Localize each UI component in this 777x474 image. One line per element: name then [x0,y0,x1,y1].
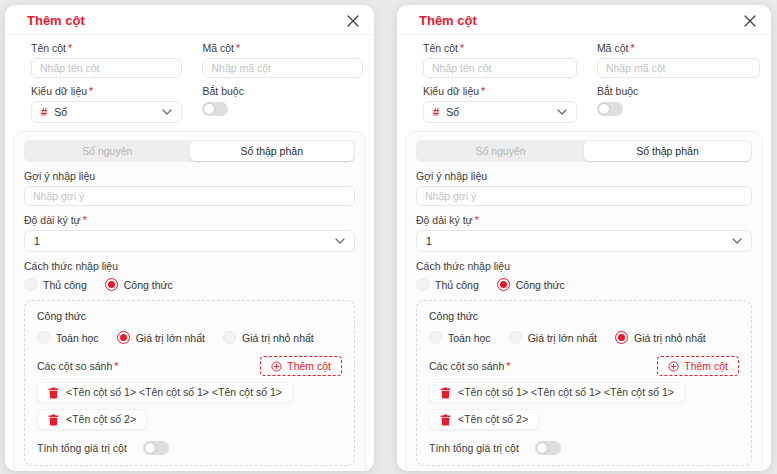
radio-label: Công thức [516,279,565,291]
required-toggle[interactable] [597,102,623,116]
formula-box-title: Công thức [429,310,739,322]
dialog-title: Thêm cột [419,13,477,28]
dialog-title: Thêm cột [27,13,85,28]
hint-input[interactable] [24,186,355,206]
top-form: Tên cột * Mã cột * Kiểu dữ liệu * [5,35,374,131]
hint-field: Gợi ý nhập liệu [24,170,355,206]
radio-label: Giá trị lớn nhất [136,332,205,344]
chevron-down-icon [335,238,345,244]
required-asterisk: * [89,85,93,97]
trash-icon[interactable] [48,414,59,426]
number-settings-panel: Số nguyên Số thập phân Gợi ý nhập liệu Đ… [13,131,366,471]
formula-box-title: Công thức [37,310,342,322]
radio-formula[interactable]: Công thức [105,278,173,291]
compare-columns-row: Các cột so sánh * Thêm cột [37,356,342,376]
sum-toggle[interactable] [535,441,561,455]
data-type-select[interactable]: # Số [31,101,182,123]
radio-icon [497,278,510,291]
sum-toggle[interactable] [143,441,169,455]
length-field: Độ dài ký tự * 1 [416,214,752,252]
column-code-field: Mã cột * [202,42,363,78]
required-asterisk: * [68,42,72,54]
required-asterisk: * [481,85,485,97]
add-column-button[interactable]: Thêm cột [657,356,739,376]
radio-min-value[interactable]: Giá trị nhỏ nhất [223,331,314,344]
chevron-down-icon [162,109,172,115]
column-code-label: Mã cột [202,42,234,54]
radio-icon [223,331,236,344]
radio-icon [416,278,429,291]
tab-decimal[interactable]: Số thập phân [190,141,355,161]
compare-column-chip: <Tên cột số 2> [429,409,539,430]
radio-math[interactable]: Toán học [37,331,99,344]
radio-label: Giá trị nhỏ nhất [242,332,314,344]
radio-label: Giá trị lớn nhất [528,332,597,344]
trash-icon[interactable] [48,387,59,399]
length-select[interactable]: 1 [416,230,752,252]
required-toggle[interactable] [202,102,228,116]
tab-integer[interactable]: Số nguyên [25,141,190,161]
radio-icon [509,331,522,344]
close-icon[interactable] [744,15,756,27]
input-method-field: Cách thức nhập liệu Thủ công Công thức [416,260,752,291]
data-type-field: Kiểu dữ liệu * # Số [31,85,182,123]
number-type-tabs: Số nguyên Số thập phân [416,140,752,162]
hint-field: Gợi ý nhập liệu [416,170,752,206]
compare-column-chip: <Tên cột số 2> [37,409,147,430]
compare-columns-label: Các cột so sánh [429,360,504,372]
formula-options: Toán học Giá trị lớn nhất Giá trị nhỏ nh… [429,331,739,344]
top-form: Tên cột * Mã cột * Kiểu dữ liệu * [397,35,771,131]
required-asterisk: * [630,42,634,54]
chip-label: <Tên cột số 2> [66,413,136,426]
column-name-input[interactable] [423,58,577,78]
required-asterisk: * [114,360,118,372]
radio-label: Thủ công [435,279,479,291]
compare-columns-label: Các cột so sánh [37,360,112,372]
trash-icon[interactable] [440,414,451,426]
required-toggle-field: Bắt buộc [597,85,760,123]
number-settings-panel: Số nguyên Số thập phân Gợi ý nhập liệu Đ… [405,131,763,471]
plus-circle-icon [271,361,282,372]
dialog-header: Thêm cột [5,5,374,35]
add-column-dialog-left: Thêm cột Tên cột * Mã cột * [5,5,374,471]
radio-label: Toán học [56,332,99,344]
data-type-select[interactable]: # Số [423,101,577,123]
required-asterisk: * [506,360,510,372]
formula-box: Công thức Toán học Giá trị lớn nhất Giá … [416,300,752,466]
close-icon[interactable] [347,15,359,27]
input-method-label: Cách thức nhập liệu [24,260,118,272]
radio-icon [117,331,130,344]
radio-math[interactable]: Toán học [429,331,491,344]
sum-toggle-row: Tính tổng giá trị cột [37,441,342,455]
hint-input[interactable] [416,186,752,206]
radio-manual[interactable]: Thủ công [24,278,87,291]
column-name-input[interactable] [31,58,182,78]
required-asterisk: * [83,214,87,226]
add-column-button[interactable]: Thêm cột [260,356,342,376]
input-method-label: Cách thức nhập liệu [416,260,510,272]
chip-label: <Tên cột số 2> [458,413,528,426]
radio-icon [429,331,442,344]
tab-decimal[interactable]: Số thập phân [584,141,751,161]
column-name-field: Tên cột * [31,42,182,78]
column-code-input[interactable] [202,58,363,78]
column-name-label: Tên cột [423,42,458,54]
radio-label: Thủ công [43,279,87,291]
add-column-button-label: Thêm cột [684,360,728,372]
radio-manual[interactable]: Thủ công [416,278,479,291]
chip-label: <Tên cột số 1> <Tên cột số 1> <Tên cột s… [458,386,674,399]
trash-icon[interactable] [440,387,451,399]
radio-max-value[interactable]: Giá trị lớn nhất [509,331,597,344]
length-select[interactable]: 1 [24,230,355,252]
radio-max-value[interactable]: Giá trị lớn nhất [117,331,205,344]
radio-icon [615,331,628,344]
number-type-tabs: Số nguyên Số thập phân [24,140,355,162]
radio-label: Giá trị nhỏ nhất [634,332,706,344]
tab-integer[interactable]: Số nguyên [417,141,584,161]
column-code-input[interactable] [597,58,760,78]
hint-label: Gợi ý nhập liệu [24,170,95,182]
radio-icon [24,278,37,291]
radio-min-value[interactable]: Giá trị nhỏ nhất [615,331,706,344]
radio-formula[interactable]: Công thức [497,278,565,291]
column-name-label: Tên cột [31,42,66,54]
